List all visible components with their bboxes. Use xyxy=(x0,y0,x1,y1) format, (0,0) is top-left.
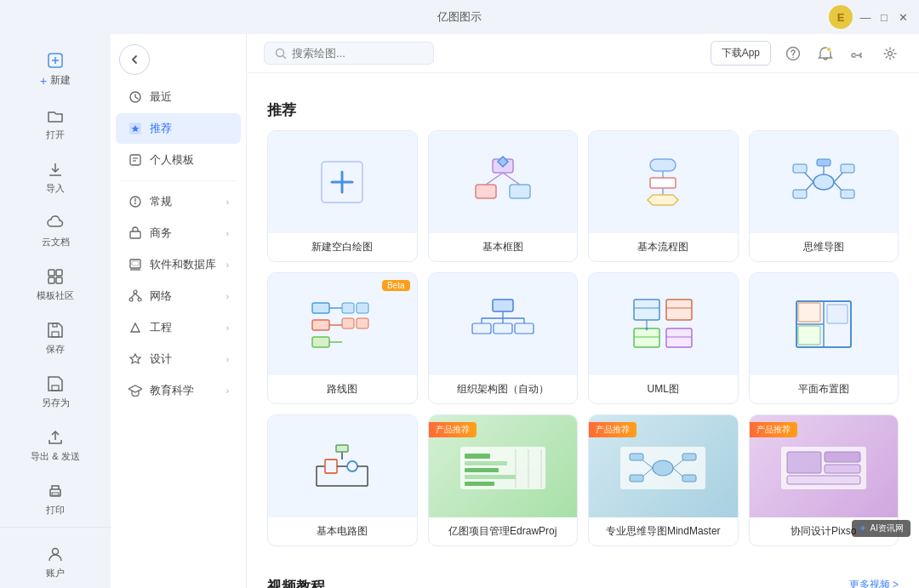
svg-rect-88 xyxy=(666,328,692,347)
template-card-img-mindmaster: 产品推荐 xyxy=(589,415,738,517)
sidebar-bottom: 账户 选项 xyxy=(0,527,111,588)
template-card-circuit[interactable]: 基本电路图 xyxy=(267,414,418,546)
svg-rect-95 xyxy=(827,305,848,323)
left-sidebar: +新建 打开 导入 云文档 xyxy=(0,34,111,588)
nav-item-personal[interactable]: 个人模板 xyxy=(116,145,241,175)
gear-icon[interactable] xyxy=(878,42,902,66)
search-input[interactable] xyxy=(292,47,420,60)
close-button[interactable]: ✕ xyxy=(897,11,909,23)
svg-rect-97 xyxy=(798,326,820,345)
nav-network-label: 网络 xyxy=(150,288,172,304)
svg-rect-49 xyxy=(650,178,676,188)
sidebar-item-open[interactable]: 打开 xyxy=(7,98,104,150)
template-card-label-uml: UML图 xyxy=(589,375,738,403)
template-card-uml[interactable]: UML图 xyxy=(588,272,739,404)
svg-point-52 xyxy=(813,174,834,190)
cloud-label: 云文档 xyxy=(42,236,70,248)
nav-business-label: 商务 xyxy=(150,225,172,241)
more-video-link[interactable]: 更多视频 > xyxy=(849,578,899,588)
sidebar-item-print[interactable]: 打印 xyxy=(7,473,104,525)
badge-product-mindmaster: 产品推荐 xyxy=(589,422,636,437)
nav-item-general[interactable]: 常规 › xyxy=(116,186,241,217)
nav-item-design[interactable]: 设计 › xyxy=(116,344,241,374)
template-card-img-floor-plan xyxy=(750,273,899,375)
save-label: 保存 xyxy=(46,343,65,356)
svg-rect-81 xyxy=(515,323,534,334)
share-icon[interactable] xyxy=(846,42,870,66)
svg-point-13 xyxy=(53,549,59,555)
sidebar-item-account[interactable]: 账户 xyxy=(14,536,97,588)
search-icon xyxy=(275,48,287,60)
titlebar-controls: E — □ ✕ xyxy=(829,5,909,29)
template-card-mindmap[interactable]: 思维导图 xyxy=(749,130,899,262)
account-label: 账户 xyxy=(46,567,65,579)
template-label: 模板社区 xyxy=(37,289,74,302)
nav-item-recent[interactable]: 最近 xyxy=(116,82,241,112)
business-arrow: › xyxy=(226,229,229,238)
badge-product-pixso: 产品推荐 xyxy=(750,422,797,437)
maximize-button[interactable]: □ xyxy=(878,11,890,23)
template-card-org-auto[interactable]: 组织架构图（自动） xyxy=(428,272,579,404)
template-card-basic-frame[interactable]: 基本框图 xyxy=(428,130,579,262)
sidebar-item-template[interactable]: 模板社区 xyxy=(7,259,104,311)
template-card-label-mindmaster: 专业思维导图MindMaster xyxy=(589,517,738,545)
svg-rect-120 xyxy=(630,454,643,460)
template-card-floor-plan[interactable]: 平面布置图 xyxy=(749,272,899,404)
nav-personal-label: 个人模板 xyxy=(150,152,194,168)
back-button[interactable] xyxy=(119,44,150,75)
sidebar-item-export[interactable]: 导出 & 发送 xyxy=(7,420,104,471)
app-title: 亿图图示 xyxy=(437,9,482,25)
search-box[interactable] xyxy=(264,42,434,65)
svg-rect-109 xyxy=(465,454,490,459)
template-card-basic-flow[interactable]: 基本流程图 xyxy=(588,130,739,262)
sidebar-item-saveas[interactable]: 另存为 xyxy=(7,366,104,418)
design-arrow: › xyxy=(226,355,229,364)
template-card-route[interactable]: Beta xyxy=(267,272,418,404)
notification-icon[interactable] xyxy=(813,42,837,66)
video-section-header: 视频教程 更多视频 > xyxy=(267,563,899,588)
nav-item-software[interactable]: 软件和数据库 › xyxy=(116,249,241,280)
nav-item-network[interactable]: 网络 › xyxy=(116,281,241,311)
print-icon xyxy=(46,482,65,500)
template-card-img-new-blank xyxy=(268,131,417,233)
sidebar-item-cloud[interactable]: 云文档 xyxy=(7,205,104,257)
svg-rect-80 xyxy=(494,323,512,334)
svg-rect-10 xyxy=(52,385,59,391)
nav-recent-label: 最近 xyxy=(150,89,172,105)
svg-rect-8 xyxy=(52,332,59,337)
svg-point-36 xyxy=(827,47,831,51)
download-app-button[interactable]: 下载App xyxy=(711,41,771,66)
nav-engineering-label: 工程 xyxy=(150,320,172,335)
nav-item-engineering[interactable]: 工程 › xyxy=(116,312,241,343)
template-card-label-circuit: 基本电路图 xyxy=(268,517,417,545)
titlebar: 亿图图示 E — □ ✕ xyxy=(0,0,919,34)
svg-rect-131 xyxy=(787,476,860,484)
import-label: 导入 xyxy=(46,182,65,195)
nav-item-business[interactable]: 商务 › xyxy=(116,218,241,248)
template-card-new-blank[interactable]: 新建空白绘图 xyxy=(267,130,418,262)
template-card-img-uml xyxy=(589,273,738,375)
template-card-edrawproj[interactable]: 产品推荐 亿图项目管理EdrawPr xyxy=(428,414,579,546)
export-icon xyxy=(46,428,65,447)
sidebar-item-new[interactable]: +新建 xyxy=(7,43,104,96)
personal-icon xyxy=(128,152,143,168)
template-card-label-floor-plan: 平面布置图 xyxy=(750,375,899,403)
nav-item-recommend[interactable]: 推荐 xyxy=(116,113,241,144)
svg-rect-71 xyxy=(342,318,354,328)
education-arrow: › xyxy=(226,386,229,396)
sidebar-item-import[interactable]: 导入 xyxy=(7,151,104,203)
template-card-label-route: 路线图 xyxy=(268,375,417,403)
template-card-mindmaster[interactable]: 产品推荐 专业思维导图MindMaster xyxy=(588,414,739,546)
video-title: 视频教程 xyxy=(267,577,325,588)
template-community-icon xyxy=(46,267,65,286)
svg-rect-56 xyxy=(793,190,807,198)
nav-item-education[interactable]: 教育科学 › xyxy=(116,375,241,406)
svg-point-27 xyxy=(134,290,137,294)
svg-rect-128 xyxy=(787,452,821,473)
mid-nav: 最近 推荐 个人模板 常规 › 商务 › xyxy=(111,34,247,588)
user-avatar[interactable]: E xyxy=(829,5,853,29)
question-icon[interactable] xyxy=(781,42,805,66)
main-inner: 推荐 新建空白绘图 xyxy=(247,73,919,588)
sidebar-item-save[interactable]: 保存 xyxy=(7,312,104,364)
minimize-button[interactable]: — xyxy=(859,11,871,23)
